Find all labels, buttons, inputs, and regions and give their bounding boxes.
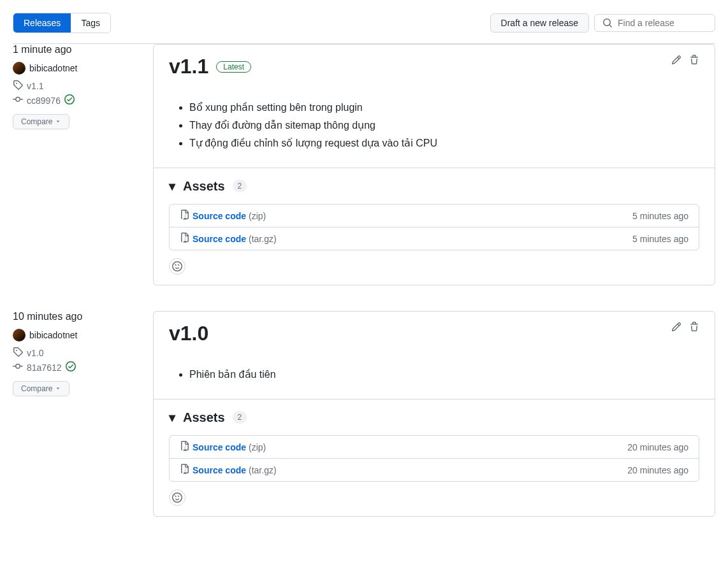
author-name: bibicadotnet (29, 330, 78, 340)
asset-left: Source code (tar.gz) (180, 464, 277, 476)
assets-count: 2 (233, 180, 247, 192)
compare-button[interactable]: Compare (13, 114, 69, 129)
release-note: Tự động điều chỉnh số lượng request dựa … (189, 134, 699, 152)
release-title: v1.1 (169, 55, 208, 78)
commit-line[interactable]: 81a7612 (13, 361, 140, 373)
release-note: Thay đổi đường dẫn sitemap thông dụng (189, 117, 699, 134)
tab-tags[interactable]: Tags (71, 13, 110, 32)
commit-link[interactable]: cc89976 (27, 96, 61, 106)
compare-label: Compare (21, 117, 52, 126)
zip-icon (180, 441, 190, 453)
release-row: 1 minute ago bibicadotnet v1.1 cc89976 C… (13, 44, 715, 285)
release-title: v1.0 (169, 322, 208, 345)
compare-label: Compare (21, 384, 52, 393)
asset-list: Source code (zip) 5 minutes ago Source c… (169, 204, 699, 250)
assets-label: Assets (183, 179, 225, 194)
asset-item: Source code (zip) 20 minutes ago (170, 436, 699, 459)
asset-ext: (zip) (249, 442, 266, 452)
author-name: bibicadotnet (29, 63, 78, 73)
release-body: Phiên bản đầu tiên (154, 366, 715, 399)
zip-icon (180, 233, 190, 245)
release-card: v1.1 Latest Bổ xung phần setting bên tro… (153, 44, 715, 285)
tag-link[interactable]: v1.0 (27, 348, 43, 358)
commit-icon (13, 94, 23, 106)
avatar (13, 62, 25, 75)
asset-link[interactable]: Source code (193, 234, 246, 244)
release-actions (671, 55, 699, 67)
assets-toggle[interactable]: ▾ Assets 2 (169, 410, 699, 425)
assets-label: Assets (183, 410, 225, 425)
search-icon (602, 18, 613, 28)
reaction-button[interactable] (169, 258, 186, 275)
release-body: Bổ xung phần setting bên trong pluginTha… (154, 99, 715, 168)
release-time: 10 minutes ago (13, 311, 140, 322)
asset-item: Source code (tar.gz) 5 minutes ago (170, 227, 699, 250)
asset-link[interactable]: Source code (193, 211, 246, 221)
delete-button[interactable] (689, 55, 699, 67)
commit-link[interactable]: 81a7612 (27, 363, 62, 373)
tag-line[interactable]: v1.1 (13, 80, 140, 92)
assets-section: ▾ Assets 2 Source code (zip) 20 minutes … (154, 399, 715, 516)
release-sidebar: 10 minutes ago bibicadotnet v1.0 81a7612… (13, 311, 140, 517)
asset-item: Source code (tar.gz) 20 minutes ago (170, 459, 699, 481)
tabs: Releases Tags (13, 13, 111, 33)
assets-section: ▾ Assets 2 Source code (zip) 5 minutes a… (154, 168, 715, 285)
tag-link[interactable]: v1.1 (27, 81, 43, 91)
page-header: Releases Tags Draft a new release (13, 13, 715, 44)
zip-icon (180, 464, 190, 476)
check-icon (64, 94, 75, 106)
release-note: Phiên bản đầu tiên (189, 366, 699, 384)
reaction-button[interactable] (169, 489, 186, 506)
header-actions: Draft a new release (490, 13, 715, 32)
delete-button[interactable] (689, 322, 699, 334)
asset-time: 5 minutes ago (632, 211, 688, 221)
asset-ext: (zip) (249, 211, 266, 221)
release-sidebar: 1 minute ago bibicadotnet v1.1 cc89976 C… (13, 44, 140, 285)
tab-releases[interactable]: Releases (13, 13, 71, 32)
release-note: Bổ xung phần setting bên trong plugin (189, 99, 699, 117)
asset-link[interactable]: Source code (193, 442, 246, 452)
asset-ext: (tar.gz) (249, 234, 277, 244)
caret-down-icon (55, 117, 61, 126)
asset-left: Source code (zip) (180, 210, 266, 222)
release-title-wrap: v1.1 Latest (169, 55, 251, 78)
latest-badge: Latest (216, 61, 251, 73)
search-wrap[interactable] (594, 14, 715, 32)
tag-icon (13, 347, 23, 359)
release-row: 10 minutes ago bibicadotnet v1.0 81a7612… (13, 311, 715, 517)
asset-link[interactable]: Source code (193, 465, 246, 475)
release-header: v1.1 Latest (154, 45, 715, 89)
edit-button[interactable] (671, 322, 681, 334)
caret-icon: ▾ (169, 178, 175, 194)
release-card: v1.0 Phiên bản đầu tiên ▾ Assets 2 Sourc… (153, 311, 715, 517)
release-author[interactable]: bibicadotnet (13, 62, 140, 75)
asset-time: 20 minutes ago (627, 442, 688, 452)
avatar (13, 329, 25, 342)
compare-button[interactable]: Compare (13, 381, 69, 396)
release-author[interactable]: bibicadotnet (13, 329, 140, 342)
caret-down-icon (55, 384, 61, 393)
assets-count: 2 (233, 411, 247, 424)
caret-icon: ▾ (169, 410, 175, 425)
asset-left: Source code (zip) (180, 441, 266, 453)
release-title-wrap: v1.0 (169, 322, 208, 345)
asset-item: Source code (zip) 5 minutes ago (170, 205, 699, 227)
release-actions (671, 322, 699, 334)
asset-time: 5 minutes ago (632, 234, 688, 244)
search-input[interactable] (618, 18, 707, 28)
check-icon (66, 361, 76, 373)
assets-toggle[interactable]: ▾ Assets 2 (169, 178, 699, 194)
draft-release-button[interactable]: Draft a new release (490, 13, 589, 32)
asset-list: Source code (zip) 20 minutes ago Source … (169, 435, 699, 482)
tag-line[interactable]: v1.0 (13, 347, 140, 359)
tag-icon (13, 80, 23, 92)
release-header: v1.0 (154, 312, 715, 356)
asset-time: 20 minutes ago (627, 465, 688, 475)
commit-icon (13, 361, 23, 373)
asset-left: Source code (tar.gz) (180, 233, 277, 245)
asset-ext: (tar.gz) (249, 465, 277, 475)
edit-button[interactable] (671, 55, 681, 67)
release-time: 1 minute ago (13, 44, 140, 55)
zip-icon (180, 210, 190, 222)
commit-line[interactable]: cc89976 (13, 94, 140, 106)
